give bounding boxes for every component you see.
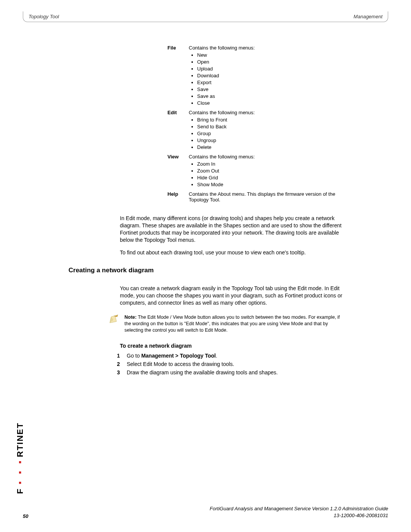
step-number: 1	[108, 353, 120, 359]
menu-item: Zoom Out	[197, 168, 255, 174]
step-number: 2	[108, 361, 120, 367]
step-pre: Select Edit Mode to access the drawing t…	[127, 361, 234, 367]
step-row: 1Go to Management > Topology Tool.	[108, 353, 342, 359]
menu-body: Contains the About menu. This displays t…	[189, 191, 342, 204]
section-intro: You can create a network diagram easily …	[120, 285, 342, 307]
menu-intro: Contains the following menus:	[189, 154, 255, 160]
menu-item: New	[197, 52, 255, 58]
menu-list: Zoom InZoom OutHide GridShow Mode	[189, 161, 255, 187]
menu-item: Group	[197, 131, 255, 136]
step-bold: Management > Topology Tool	[141, 353, 216, 359]
menu-label: Help	[167, 191, 189, 204]
menu-item: Hide Grid	[197, 175, 255, 181]
brand-part2: RTINET	[15, 422, 25, 457]
header-left: Topology Tool	[29, 14, 59, 19]
menu-row: HelpContains the About menu. This displa…	[167, 191, 342, 204]
menu-item: Ungroup	[197, 137, 255, 143]
menu-row: FileContains the following menus:NewOpen…	[167, 45, 342, 109]
step-row: 2Select Edit Mode to access the drawing …	[108, 361, 342, 367]
menu-item: Download	[197, 73, 255, 78]
note-block: Note: The Edit Mode / View Mode button a…	[108, 314, 342, 334]
brand-red-glyph: ▪▪▪	[15, 457, 25, 488]
menu-item: Close	[197, 100, 255, 106]
step-pre: Go to	[127, 353, 141, 359]
footer-line1: FortiGuard Analysis and Management Servi…	[210, 506, 388, 511]
menu-body: Contains the following menus:Bring to Fr…	[189, 110, 255, 153]
menu-list: NewOpenUploadDownloadExportSaveSave asCl…	[189, 52, 255, 106]
menu-item: Delete	[197, 144, 255, 150]
menu-item: Save	[197, 86, 255, 92]
menu-item: Export	[197, 80, 255, 85]
step-row: 3Draw the diagram using the available dr…	[108, 369, 342, 375]
header-right: Management	[354, 14, 382, 19]
procedure-steps: 1Go to Management > Topology Tool.2Selec…	[108, 353, 342, 375]
menu-item: Bring to Front	[197, 117, 255, 123]
menu-item: Send to Back	[197, 124, 255, 129]
menu-item: Save as	[197, 93, 255, 99]
page-footer: FortiGuard Analysis and Management Servi…	[23, 505, 388, 519]
note-label: Note:	[124, 315, 137, 320]
menu-body: Contains the following menus:Zoom InZoom…	[189, 154, 255, 190]
brand-logo: F▪▪▪RTINET	[15, 422, 25, 494]
note-body: The Edit Mode / View Mode button allows …	[124, 315, 340, 333]
menu-label: File	[167, 45, 189, 109]
step-number: 3	[108, 369, 120, 375]
menu-item: Zoom In	[197, 161, 255, 167]
paragraph-edit-mode: In Edit mode, many different icons (or d…	[120, 215, 342, 244]
menu-label: Edit	[167, 110, 189, 153]
menu-row: EditContains the following menus:Bring t…	[167, 110, 342, 153]
menu-table: FileContains the following menus:NewOpen…	[167, 45, 342, 204]
menu-item: Upload	[197, 66, 255, 72]
menu-list: Bring to FrontSend to BackGroupUngroupDe…	[189, 117, 255, 150]
step-post: .	[216, 353, 217, 359]
page-header: Topology Tool Management	[23, 11, 388, 22]
menu-intro: Contains the About menu. This displays t…	[189, 191, 342, 203]
step-text: Draw the diagram using the available dra…	[127, 369, 342, 375]
note-text: Note: The Edit Mode / View Mode button a…	[124, 314, 342, 334]
note-icon	[108, 314, 119, 325]
section-heading: Creating a network diagram	[68, 267, 388, 274]
menu-row: ViewContains the following menus:Zoom In…	[167, 154, 342, 190]
menu-item: Open	[197, 59, 255, 65]
procedure-heading: To create a network diagram	[120, 343, 388, 349]
menu-label: View	[167, 154, 189, 190]
footer-line2: 13-12000-406-20081031	[334, 513, 388, 518]
menu-item: Show Mode	[197, 182, 255, 187]
paragraph-create-diagram: You can create a network diagram easily …	[120, 285, 342, 307]
step-text: Select Edit Mode to access the drawing t…	[127, 361, 342, 367]
step-pre: Draw the diagram using the available dra…	[127, 369, 278, 375]
body-paragraphs: In Edit mode, many different icons (or d…	[120, 215, 342, 256]
menu-intro: Contains the following menus:	[189, 110, 255, 115]
menu-intro: Contains the following menus:	[189, 45, 255, 51]
menu-body: Contains the following menus:NewOpenUplo…	[189, 45, 255, 109]
paragraph-tooltip: To find out about each drawing tool, use…	[120, 249, 342, 256]
brand-part1: F	[15, 488, 25, 494]
step-text: Go to Management > Topology Tool.	[127, 353, 342, 359]
